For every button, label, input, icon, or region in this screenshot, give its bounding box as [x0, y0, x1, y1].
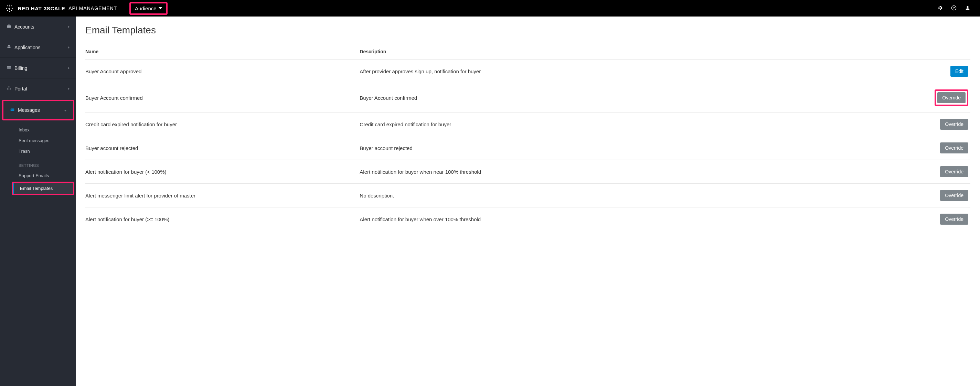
- table-row: Alert notification for buyer (< 100%)Ale…: [85, 160, 970, 184]
- sub-item-email-templates[interactable]: Email Templates: [13, 183, 73, 194]
- svg-point-0: [9, 5, 10, 6]
- table-row: Alert messenger limit alert for provider…: [85, 184, 970, 207]
- brand-logo: [5, 4, 14, 13]
- envelope-icon: [10, 107, 18, 113]
- override-button[interactable]: Override: [940, 214, 968, 225]
- svg-rect-24: [11, 108, 14, 111]
- template-action-cell: Edit: [838, 60, 970, 83]
- sitemap-icon: [6, 86, 14, 92]
- topbar: RED HAT 3SCALE API MANAGEMENT Audience ?: [0, 0, 980, 16]
- override-button[interactable]: Override: [940, 190, 968, 201]
- svg-point-5: [7, 10, 8, 11]
- svg-point-8: [9, 6, 10, 7]
- table-row: Credit card expired notification for buy…: [85, 113, 970, 136]
- credit-card-icon: [6, 65, 14, 71]
- template-action-cell: Override: [838, 136, 970, 160]
- edit-button[interactable]: Edit: [950, 66, 968, 77]
- sidebar-item-portal[interactable]: Portal: [0, 78, 76, 99]
- sidebar-item-applications[interactable]: Applications: [0, 37, 76, 58]
- template-action-cell: Override: [838, 160, 970, 184]
- product-text: API MANAGEMENT: [68, 5, 117, 11]
- template-description: Buyer Account confirmed: [360, 83, 838, 113]
- table-row: Buyer Account confirmedBuyer Account con…: [85, 83, 970, 113]
- sidebar: Accounts Applications Billing Portal Mes…: [0, 16, 76, 386]
- sidebar-item-label: Portal: [14, 86, 68, 92]
- table-row: Buyer Account approvedAfter provider app…: [85, 60, 970, 83]
- sidebar-item-label: Applications: [14, 45, 68, 50]
- cubes-icon: [6, 44, 14, 50]
- page-title: Email Templates: [85, 25, 970, 36]
- sidebar-item-accounts[interactable]: Accounts: [0, 16, 76, 37]
- svg-text:?: ?: [953, 6, 955, 10]
- template-description: After provider approves sign up, notific…: [360, 60, 838, 83]
- chevron-down-icon: [64, 108, 67, 113]
- chevron-down-icon: [159, 7, 162, 9]
- context-dropdown-label: Audience: [135, 5, 157, 11]
- context-dropdown[interactable]: Audience: [129, 2, 167, 15]
- svg-rect-19: [7, 67, 11, 67]
- template-description: Alert notification for buyer when near 1…: [360, 160, 838, 184]
- template-name: Buyer account rejected: [85, 136, 360, 160]
- override-button[interactable]: Override: [940, 119, 968, 130]
- main-content: Email Templates Name Description Buyer A…: [76, 16, 980, 386]
- template-action-cell: Override: [838, 113, 970, 136]
- template-name: Credit card expired notification for buy…: [85, 113, 360, 136]
- settings-heading: Settings: [0, 160, 76, 170]
- templates-table: Name Description Buyer Account approvedA…: [85, 45, 970, 231]
- svg-point-12: [9, 8, 10, 9]
- svg-point-10: [9, 9, 10, 10]
- svg-rect-16: [7, 25, 11, 28]
- svg-rect-17: [8, 24, 10, 25]
- sub-item-trash[interactable]: Trash: [0, 146, 76, 157]
- svg-point-6: [6, 8, 7, 9]
- template-name: Alert notification for buyer (< 100%): [85, 160, 360, 184]
- template-action-cell: Override: [838, 83, 970, 113]
- svg-point-2: [13, 8, 13, 9]
- sub-item-inbox[interactable]: Inbox: [0, 124, 76, 135]
- chevron-right-icon: [68, 24, 70, 29]
- svg-point-9: [11, 8, 11, 9]
- brand-text-1: RED HAT: [18, 5, 41, 11]
- chevron-right-icon: [68, 66, 70, 70]
- table-row: Alert notification for buyer (>= 100%)Al…: [85, 207, 970, 231]
- sidebar-item-messages[interactable]: Messages: [3, 101, 73, 119]
- override-button[interactable]: Override: [940, 143, 968, 153]
- table-row: Buyer account rejectedBuyer account reje…: [85, 136, 970, 160]
- template-description: Alert notification for buyer when over 1…: [360, 207, 838, 231]
- template-name: Alert notification for buyer (>= 100%): [85, 207, 360, 231]
- sub-item-support-emails[interactable]: Support Emails: [0, 170, 76, 181]
- template-description: No description.: [360, 184, 838, 207]
- user-icon[interactable]: [961, 5, 975, 12]
- template-description: Credit card expired notification for buy…: [360, 113, 838, 136]
- svg-rect-22: [9, 89, 9, 89]
- svg-rect-20: [9, 86, 9, 87]
- override-button[interactable]: Override: [937, 92, 966, 103]
- sidebar-item-label: Billing: [14, 65, 68, 71]
- svg-point-4: [9, 11, 10, 12]
- gear-icon[interactable]: [933, 5, 947, 12]
- template-name: Buyer Account confirmed: [85, 83, 360, 113]
- override-button[interactable]: Override: [940, 166, 968, 177]
- chevron-right-icon: [68, 86, 70, 91]
- template-action-cell: Override: [838, 207, 970, 231]
- col-header-name: Name: [85, 45, 360, 60]
- svg-point-11: [8, 8, 9, 9]
- svg-rect-23: [10, 89, 11, 89]
- sub-item-sent[interactable]: Sent messages: [0, 135, 76, 146]
- messages-submenu: Inbox Sent messages Trash Settings Suppo…: [0, 121, 76, 203]
- briefcase-icon: [6, 24, 14, 30]
- template-action-cell: Override: [838, 184, 970, 207]
- chevron-right-icon: [68, 45, 70, 50]
- brand-text-2: 3SCALE: [44, 5, 65, 11]
- sidebar-item-billing[interactable]: Billing: [0, 58, 76, 78]
- svg-point-15: [967, 6, 968, 8]
- sidebar-item-label: Accounts: [14, 24, 68, 30]
- sidebar-item-label: Messages: [18, 107, 64, 113]
- template-name: Buyer Account approved: [85, 60, 360, 83]
- svg-rect-21: [7, 89, 8, 89]
- help-icon[interactable]: ?: [947, 5, 961, 12]
- col-header-description: Description: [360, 45, 838, 60]
- svg-point-7: [7, 5, 8, 6]
- template-name: Alert messenger limit alert for provider…: [85, 184, 360, 207]
- svg-point-1: [11, 5, 13, 6]
